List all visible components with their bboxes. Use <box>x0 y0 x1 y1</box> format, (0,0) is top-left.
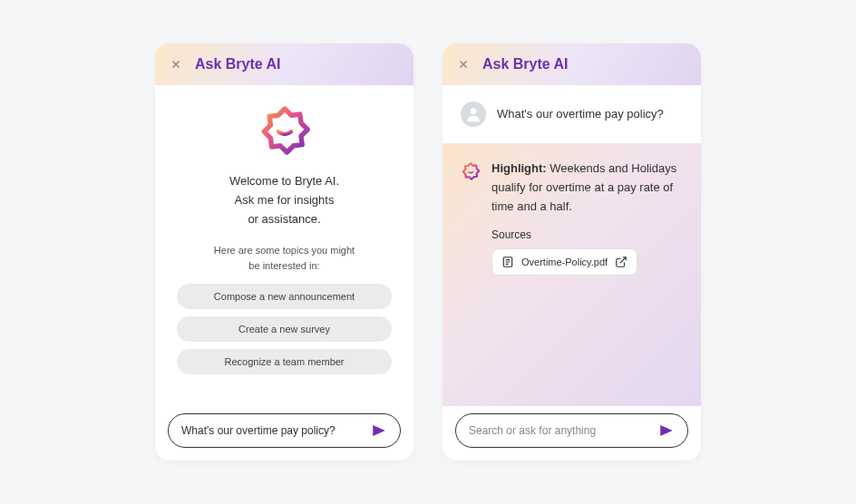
suggestion-recognize-team[interactable]: Recognize a team member <box>177 349 392 374</box>
sources-label: Sources <box>491 228 683 241</box>
welcome-text: Welcome to Bryte AI. Ask me for insights… <box>229 172 339 228</box>
bryte-avatar-icon <box>461 161 481 181</box>
panel-title: Ask Bryte AI <box>195 56 281 73</box>
ai-panel-welcome: Ask Bryte AI Welcome to Bryte AI. Ask me… <box>155 44 413 460</box>
send-icon[interactable] <box>658 422 675 439</box>
ai-panel-conversation: Ask Bryte AI What's our overtime pay pol… <box>443 44 701 460</box>
source-document-chip[interactable]: Overtime-Policy.pdf <box>491 248 637 276</box>
chat-input[interactable] <box>181 424 364 437</box>
panel-body: What's our overtime pay policy? Highligh… <box>443 85 701 460</box>
suggestion-compose-announcement[interactable]: Compose a new announcement <box>177 284 392 309</box>
panel-header: Ask Bryte AI <box>155 44 413 85</box>
chat-input[interactable] <box>469 424 651 437</box>
response-text: Highlight: Weekends and Holidays qualify… <box>491 160 683 216</box>
document-icon <box>501 256 514 268</box>
svg-point-4 <box>471 108 477 114</box>
user-message: What's our overtime pay policy? <box>443 85 701 143</box>
response-content: Highlight: Weekends and Holidays qualify… <box>491 160 683 276</box>
source-filename: Overtime-Policy.pdf <box>521 257 608 267</box>
highlight-label: Highlight: <box>491 161 547 175</box>
panel-header: Ask Bryte AI <box>443 44 701 85</box>
close-icon[interactable] <box>170 58 182 71</box>
close-icon[interactable] <box>457 58 470 71</box>
welcome-content: Welcome to Bryte AI. Ask me for insights… <box>155 85 413 406</box>
chat-input-bar[interactable] <box>168 413 401 448</box>
panel-title: Ask Bryte AI <box>482 56 569 73</box>
suggestion-create-survey[interactable]: Create a new survey <box>177 316 392 342</box>
external-link-icon <box>615 256 627 268</box>
chat-input-bar[interactable] <box>455 413 688 448</box>
svg-line-9 <box>620 257 626 263</box>
user-avatar-icon <box>461 102 486 127</box>
user-message-text: What's our overtime pay policy? <box>497 102 664 123</box>
panel-body: Welcome to Bryte AI. Ask me for insights… <box>155 85 413 460</box>
bryte-logo-icon <box>258 103 312 158</box>
send-icon[interactable] <box>371 422 387 439</box>
ai-response: Highlight: Weekends and Holidays qualify… <box>443 143 701 406</box>
topics-label: Here are some topics you might be intere… <box>214 243 355 273</box>
